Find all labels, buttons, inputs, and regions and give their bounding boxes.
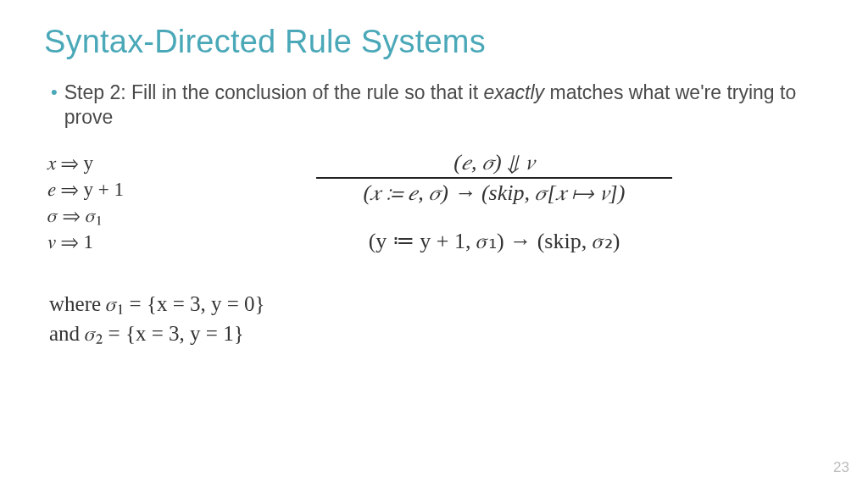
bullet-step2: • Step 2: Fill in the conclusion of the …	[51, 80, 824, 130]
subst-line-3: 𝜎 ⇒ 𝜎₁	[47, 202, 124, 229]
sigma-definitions: where 𝜎₁ = {x = 3, y = 0} and 𝜎₂ = {x = …	[49, 289, 824, 348]
subst-line-1: 𝑥 ⇒ y	[47, 150, 124, 176]
sigma2-def: and 𝜎₂ = {x = 3, y = 1}	[49, 319, 824, 348]
bullet-lead: Step 2: Fill in the conclusion of the ru…	[64, 81, 484, 103]
sigma1-def: where 𝜎₁ = {x = 3, y = 0}	[49, 289, 824, 319]
bullet-text: Step 2: Fill in the conclusion of the ru…	[64, 80, 824, 130]
inference-rule: (𝑒, 𝜎) ⇓ 𝑣 (𝑥 ≔ 𝑒, 𝜎) → (skip, 𝜎[𝑥 ↦ 𝑣])…	[164, 150, 824, 254]
slide-title: Syntax-Directed Rule Systems	[44, 24, 824, 60]
math-area: 𝑥 ⇒ y 𝑒 ⇒ y + 1 𝜎 ⇒ 𝜎₁ 𝑣 ⇒ 1 (𝑒, 𝜎) ⇓ 𝑣 …	[47, 150, 824, 255]
substitution-list: 𝑥 ⇒ y 𝑒 ⇒ y + 1 𝜎 ⇒ 𝜎₁ 𝑣 ⇒ 1	[47, 150, 124, 255]
bullet-emph: exactly	[483, 81, 544, 103]
subst-line-4: 𝑣 ⇒ 1	[47, 229, 124, 255]
rule-conclusion: (𝑥 ≔ 𝑒, 𝜎) → (skip, 𝜎[𝑥 ↦ 𝑣])	[364, 179, 626, 206]
page-number: 23	[833, 459, 849, 476]
rule-premise: (𝑒, 𝜎) ⇓ 𝑣	[445, 150, 542, 177]
rule-instance: (y ≔ y + 1, 𝜎₁) → (skip, 𝜎₂)	[369, 228, 620, 254]
bullet-icon: •	[51, 80, 58, 105]
subst-line-2: 𝑒 ⇒ y + 1	[47, 176, 124, 202]
